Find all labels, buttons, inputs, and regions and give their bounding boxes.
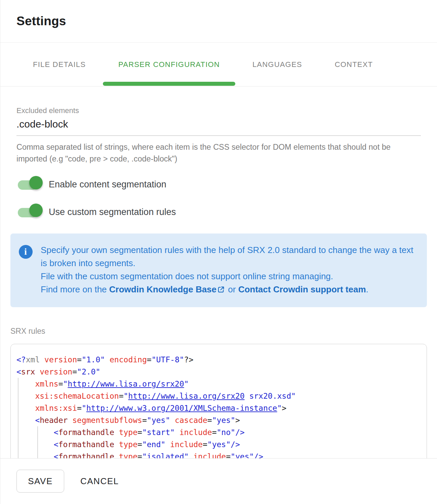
info-banner: i Specify your own segmentation rules wi… (10, 233, 427, 307)
enable-content-segmentation-toggle-row[interactable]: Enable content segmentation (16, 175, 427, 194)
save-button[interactable]: SAVE (16, 470, 64, 493)
cancel-button[interactable]: CANCEL (75, 470, 124, 493)
code-line: <?xml version="1.0" encoding="UTF-8"?> (16, 354, 420, 366)
use-custom-segmentation-rules-toggle-row[interactable]: Use custom segmentation rules (16, 203, 427, 221)
excluded-elements-help: Comma separated list of strings, where e… (16, 141, 421, 165)
page-title: Settings (16, 14, 66, 28)
code-line: <header segmentsubflows="yes" cascade="y… (16, 414, 420, 426)
toggle-label: Use custom segmentation rules (49, 207, 176, 217)
tab-context[interactable]: CONTEXT (335, 43, 373, 86)
knowledge-base-link[interactable]: Crowdin Knowledge Base (109, 284, 216, 294)
parser-configuration-panel: Excluded elements .code-block Comma sepa… (0, 86, 437, 458)
excluded-elements-input[interactable]: .code-block (16, 118, 421, 130)
code-line: xmlns:xsi="http://www.w3.org/2001/XMLSch… (16, 402, 420, 414)
excluded-elements-label: Excluded elements (16, 106, 421, 115)
dialog-footer: SAVE CANCEL (0, 458, 437, 504)
code-line: <formathandle type="end" include="yes"/> (16, 438, 420, 451)
excluded-elements-field[interactable]: Excluded elements .code-block (16, 106, 421, 136)
code-line: <formathandle type="isolated" include="y… (16, 451, 420, 458)
switch-thumb (29, 204, 43, 217)
external-link-icon (217, 284, 225, 297)
toggle-label: Enable content segmentation (49, 179, 166, 190)
info-line-3: Find more on the Crowdin Knowledge Base … (41, 283, 417, 297)
info-icon: i (19, 245, 33, 259)
tab-file-details[interactable]: FILE DETAILS (33, 43, 86, 86)
segmentation-toggles: Enable content segmentation Use custom s… (16, 175, 427, 221)
info-line-2: File with the custom segmentation does n… (41, 270, 417, 283)
settings-dialog: Settings FILE DETAILS PARSER CONFIGURATI… (0, 0, 437, 504)
code-line: <formathandle type="start" include="no"/… (16, 426, 420, 438)
tab-parser-configuration[interactable]: PARSER CONFIGURATION (118, 43, 220, 86)
dialog-header: Settings (0, 0, 437, 43)
srx-rules-editor[interactable]: <?xml version="1.0" encoding="UTF-8"?><s… (10, 344, 427, 458)
indent-guide (18, 378, 18, 458)
use-custom-segmentation-rules-switch[interactable] (16, 203, 43, 221)
info-line-1: Specify your own segmentation rules with… (41, 244, 417, 270)
tab-languages[interactable]: LANGUAGES (252, 43, 302, 86)
info-banner-text: Specify your own segmentation rules with… (41, 244, 417, 297)
switch-thumb (29, 176, 43, 189)
code-line: xmlns="http://www.lisa.org/srx20" (16, 378, 420, 390)
contact-support-link[interactable]: Contact Crowdin support team (238, 284, 366, 294)
enable-content-segmentation-switch[interactable] (16, 175, 43, 194)
code-line: <srx version="2.0" (16, 366, 420, 378)
code-line: xsi:schemaLocation="http://www.lisa.org/… (16, 390, 420, 402)
tab-bar: FILE DETAILS PARSER CONFIGURATION LANGUA… (0, 43, 437, 86)
srx-rules-label: SRX rules (10, 327, 427, 336)
indent-guide (37, 426, 38, 458)
srx-rules-clip: <?xml version="1.0" encoding="UTF-8"?><s… (10, 344, 427, 458)
